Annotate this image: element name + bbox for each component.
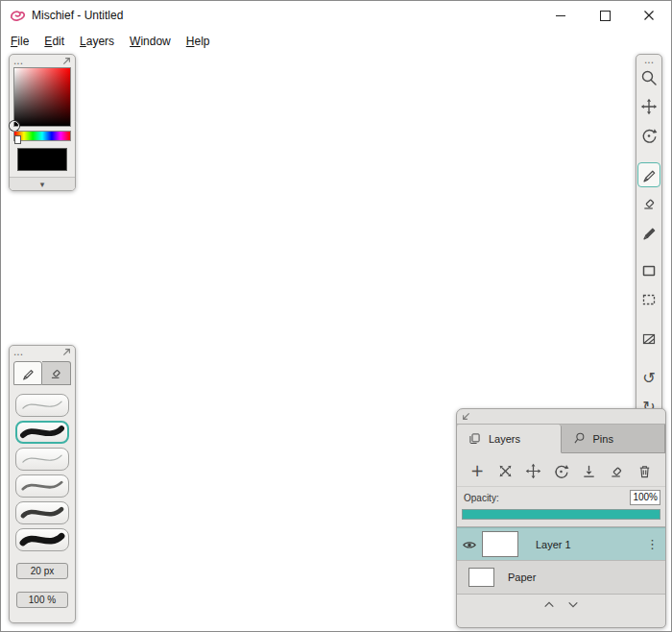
layer-list: Layer 1 ⋮ Paper <box>457 526 665 595</box>
merge-down-button[interactable] <box>579 460 600 481</box>
opacity-slider[interactable] <box>462 509 660 520</box>
visibility-toggle[interactable] <box>460 537 479 552</box>
close-button[interactable] <box>627 1 671 30</box>
pen-icon <box>21 366 36 380</box>
layers-panel-tabs: Layers Pins <box>457 424 665 453</box>
eraser-icon <box>49 366 63 380</box>
add-layer-button[interactable]: + <box>467 460 488 481</box>
select-tool-button[interactable] <box>637 287 660 312</box>
pin-icon <box>572 431 587 446</box>
rotate-canvas-button[interactable] <box>637 123 660 148</box>
eye-icon <box>462 537 477 552</box>
crop-tool-button[interactable] <box>637 327 660 352</box>
plus-icon: + <box>470 463 484 479</box>
clear-layer-button[interactable] <box>607 460 628 481</box>
hue-cursor[interactable] <box>14 135 21 144</box>
maximize-button[interactable] <box>583 1 627 30</box>
merge-down-icon <box>581 463 597 479</box>
menu-layers[interactable]: Layers <box>72 32 122 51</box>
tab-brush-eraser[interactable] <box>42 361 71 385</box>
layer-thumbnail[interactable] <box>482 531 518 557</box>
app-logo-icon <box>10 8 26 24</box>
brush-preset[interactable] <box>15 421 69 444</box>
tab-pins[interactable]: Pins <box>562 425 666 452</box>
hue-slider[interactable] <box>13 131 71 141</box>
panel-drag-handle[interactable]: ... <box>13 349 23 355</box>
rotate-icon <box>553 463 569 479</box>
tab-layers-label: Layers <box>489 433 520 445</box>
layers-icon <box>468 431 482 446</box>
transform-icon <box>497 463 514 479</box>
tool-panel: ... <box>636 54 662 423</box>
pen-tool-button[interactable] <box>637 162 660 187</box>
layer-order-controls <box>457 595 665 610</box>
move-layer-button[interactable] <box>522 460 543 481</box>
brush-list <box>10 394 75 551</box>
rectangle-tool-button[interactable] <box>637 258 660 283</box>
eraser-icon <box>609 463 625 479</box>
menu-window[interactable]: Window <box>122 32 179 51</box>
brush-preset[interactable] <box>15 448 69 471</box>
opacity-slider-fill <box>463 510 660 519</box>
magnifier-icon <box>640 69 658 86</box>
app-window: Mischief - Untitled File Edit Layers Win… <box>0 0 672 632</box>
dock-icon[interactable] <box>62 348 71 356</box>
color-panel: ... ▾ <box>9 54 76 191</box>
maximize-icon <box>600 11 611 21</box>
move-layer-up-button[interactable] <box>541 598 557 610</box>
ink-pen-tool-button[interactable] <box>637 220 660 245</box>
current-color-swatch[interactable] <box>17 148 67 171</box>
brush-preset[interactable] <box>15 394 69 417</box>
collapse-arrow-icon: ▾ <box>40 180 45 189</box>
transform-layer-button[interactable] <box>494 460 516 481</box>
brush-size-button[interactable]: 20 px <box>16 563 68 579</box>
opacity-row: Opacity: 100% <box>457 487 665 507</box>
delete-layer-button[interactable] <box>635 460 656 481</box>
menu-edit[interactable]: Edit <box>36 32 72 51</box>
title-bar: Mischief - Untitled <box>1 1 671 30</box>
undo-button[interactable]: ↺ <box>637 366 660 391</box>
layer-row[interactable]: Layer 1 ⋮ <box>457 527 665 561</box>
layer-thumbnail[interactable] <box>468 568 494 587</box>
eraser-tool-button[interactable] <box>637 191 660 216</box>
tab-brush-pen[interactable] <box>13 361 42 385</box>
dock-icon[interactable] <box>62 57 71 65</box>
rectangle-icon <box>640 262 658 280</box>
chevron-up-icon <box>543 601 555 608</box>
tab-layers[interactable]: Layers <box>457 425 562 453</box>
layer-name[interactable]: Paper <box>508 571 536 583</box>
menu-bar: File Edit Layers Window Help <box>1 30 671 52</box>
layers-toolbar: + <box>457 453 665 487</box>
menu-file[interactable]: File <box>3 32 36 51</box>
brush-opacity-button[interactable]: 100 % <box>16 592 68 608</box>
minimize-button[interactable] <box>539 1 583 30</box>
brush-preset[interactable] <box>15 474 69 498</box>
panel-collapse-button[interactable]: ▾ <box>10 177 75 190</box>
panel-drag-handle[interactable]: ... <box>13 58 23 64</box>
layer-menu-button[interactable]: ⋮ <box>646 537 659 551</box>
opacity-value-field[interactable]: 100% <box>630 490 660 505</box>
move-icon <box>640 98 658 115</box>
brush-panel: ... 20 px 100 % <box>9 345 76 623</box>
undock-icon[interactable] <box>462 412 470 421</box>
zoom-tool-button[interactable] <box>637 65 660 90</box>
move-icon <box>525 463 541 479</box>
layer-name[interactable]: Layer 1 <box>536 539 571 550</box>
move-layer-down-button[interactable] <box>565 598 581 610</box>
close-icon <box>643 10 655 21</box>
pen-icon <box>641 166 658 182</box>
pan-tool-button[interactable] <box>637 94 660 119</box>
brush-preset[interactable] <box>15 528 69 551</box>
panel-drag-handle[interactable]: ... <box>644 57 654 63</box>
layers-panel: Layers Pins + <box>456 408 666 628</box>
menu-help[interactable]: Help <box>179 32 218 51</box>
rotate-icon <box>640 127 658 144</box>
saturation-value-picker[interactable] <box>13 67 71 127</box>
marquee-selection-icon <box>640 291 658 308</box>
crop-image-icon <box>640 330 658 348</box>
color-cursor[interactable] <box>10 121 19 131</box>
rotate-layer-button[interactable] <box>550 460 571 481</box>
brush-preset[interactable] <box>15 501 69 524</box>
layer-row[interactable]: Paper <box>457 561 665 595</box>
minimize-icon <box>556 15 565 16</box>
